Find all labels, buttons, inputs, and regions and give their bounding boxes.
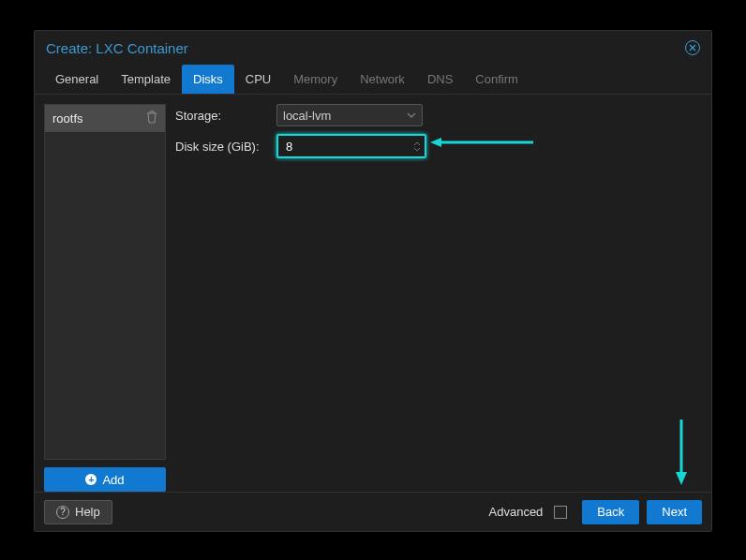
- create-lxc-window: Create: LXC Container GeneralTemplateDis…: [34, 30, 712, 532]
- tab-template[interactable]: Template: [110, 65, 182, 94]
- window-title: Create: LXC Container: [46, 40, 188, 56]
- help-button-label: Help: [75, 505, 100, 519]
- tab-general[interactable]: General: [44, 65, 110, 94]
- spinner-arrows[interactable]: [413, 141, 421, 152]
- tab-disks[interactable]: Disks: [182, 65, 234, 94]
- disk-list: rootfs: [44, 104, 166, 460]
- tab-cpu[interactable]: CPU: [234, 65, 282, 94]
- plus-icon: +: [85, 474, 97, 485]
- tab-confirm: Confirm: [464, 65, 530, 94]
- chevron-down-icon: [413, 147, 421, 152]
- disksize-label: Disk size (GiB):: [175, 140, 276, 154]
- disk-sidebar: rootfs + Add: [44, 104, 166, 492]
- wizard-tabs: GeneralTemplateDisksCPUMemoryNetworkDNSC…: [35, 65, 711, 95]
- help-button[interactable]: ? Help: [44, 500, 112, 524]
- close-icon[interactable]: [685, 40, 700, 55]
- chevron-down-icon: [407, 111, 416, 120]
- back-button-label: Back: [597, 505, 624, 519]
- advanced-label: Advanced: [489, 505, 544, 519]
- storage-select[interactable]: local-lvm: [276, 104, 423, 126]
- tab-memory: Memory: [282, 65, 349, 94]
- chevron-up-icon: [413, 141, 421, 146]
- tab-dns: DNS: [416, 65, 464, 94]
- disksize-value: 8: [286, 140, 413, 154]
- tab-network: Network: [349, 65, 416, 94]
- disksize-spinner[interactable]: 8: [276, 134, 426, 158]
- storage-value: local-lvm: [283, 109, 331, 123]
- annotation-arrow-vertical: [675, 420, 688, 485]
- next-button[interactable]: Next: [647, 500, 702, 524]
- trash-icon[interactable]: [146, 111, 157, 126]
- body: rootfs + Add Storage: local-lvm: [35, 95, 711, 492]
- disk-item[interactable]: rootfs: [45, 105, 165, 132]
- disk-item-label: rootfs: [52, 111, 83, 125]
- add-button-label: Add: [102, 473, 124, 487]
- back-button[interactable]: Back: [582, 500, 639, 524]
- disk-form: Storage: local-lvm Disk size (GiB): 8: [175, 104, 702, 492]
- advanced-checkbox[interactable]: [554, 506, 567, 519]
- svg-marker-1: [430, 138, 441, 147]
- storage-row: Storage: local-lvm: [175, 104, 702, 126]
- help-icon: ?: [56, 506, 69, 519]
- svg-marker-3: [676, 472, 687, 485]
- annotation-arrow-horizontal: [430, 137, 533, 148]
- storage-label: Storage:: [175, 109, 276, 123]
- add-button[interactable]: + Add: [44, 467, 166, 492]
- footer: ? Help Advanced Back Next: [35, 492, 711, 531]
- next-button-label: Next: [662, 505, 687, 519]
- titlebar: Create: LXC Container: [35, 31, 711, 65]
